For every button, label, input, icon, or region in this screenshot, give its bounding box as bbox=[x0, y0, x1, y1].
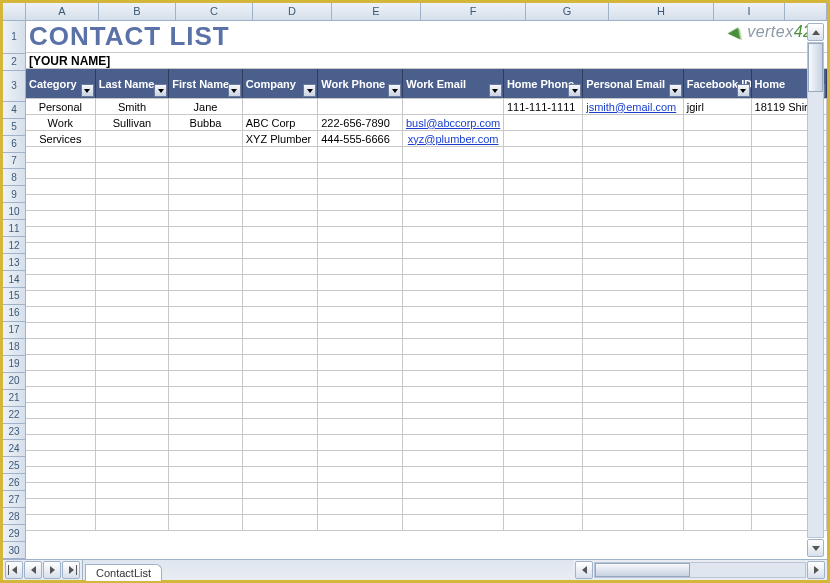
cell-empty[interactable] bbox=[403, 211, 504, 226]
cell-empty[interactable] bbox=[403, 467, 504, 482]
row-header-20[interactable]: 20 bbox=[3, 373, 25, 390]
row-header-8[interactable]: 8 bbox=[3, 169, 25, 186]
row-header-5[interactable]: 5 bbox=[3, 119, 25, 136]
cell-empty[interactable] bbox=[96, 403, 170, 418]
cell-empty[interactable] bbox=[169, 227, 243, 242]
cell-empty[interactable] bbox=[504, 227, 583, 242]
cell-empty[interactable] bbox=[684, 467, 752, 482]
cell-empty[interactable] bbox=[96, 467, 170, 482]
cell-first[interactable]: Bubba bbox=[169, 115, 243, 130]
cell-empty[interactable] bbox=[504, 275, 583, 290]
cell-empty[interactable] bbox=[26, 211, 96, 226]
row-header-6[interactable]: 6 bbox=[3, 136, 25, 153]
sheet-nav-next[interactable] bbox=[43, 561, 61, 579]
cell-empty[interactable] bbox=[504, 515, 583, 530]
cell-empty[interactable] bbox=[504, 307, 583, 322]
cell-empty[interactable] bbox=[684, 419, 752, 434]
cell-empty[interactable] bbox=[26, 195, 96, 210]
filter-button[interactable] bbox=[228, 84, 241, 97]
cell-empty[interactable] bbox=[318, 387, 403, 402]
email-link[interactable]: jsmith@email.com bbox=[586, 101, 676, 113]
cell-empty[interactable] bbox=[26, 435, 96, 450]
cell-empty[interactable] bbox=[169, 291, 243, 306]
cell-empty[interactable] bbox=[96, 515, 170, 530]
cell-empty[interactable] bbox=[96, 275, 170, 290]
cell-empty[interactable] bbox=[684, 483, 752, 498]
cell-empty[interactable] bbox=[243, 147, 318, 162]
cell-empty[interactable] bbox=[504, 211, 583, 226]
cell-empty[interactable] bbox=[504, 355, 583, 370]
cell-empty[interactable] bbox=[318, 291, 403, 306]
column-header-F[interactable]: F bbox=[421, 3, 526, 20]
filter-button[interactable] bbox=[737, 84, 750, 97]
hscroll-thumb[interactable] bbox=[595, 563, 690, 577]
cell-pemail[interactable] bbox=[583, 115, 684, 130]
cell-empty[interactable] bbox=[169, 467, 243, 482]
cell-empty[interactable] bbox=[243, 419, 318, 434]
cell-empty[interactable] bbox=[26, 259, 96, 274]
cell-empty[interactable] bbox=[684, 275, 752, 290]
cell-empty[interactable] bbox=[318, 403, 403, 418]
cell-pemail[interactable] bbox=[583, 131, 684, 146]
row-header-30[interactable]: 30 bbox=[3, 542, 25, 559]
cell-empty[interactable] bbox=[684, 227, 752, 242]
cell-empty[interactable] bbox=[318, 419, 403, 434]
cell-empty[interactable] bbox=[169, 163, 243, 178]
cell-empty[interactable] bbox=[26, 243, 96, 258]
cell-empty[interactable] bbox=[96, 307, 170, 322]
cell-empty[interactable] bbox=[96, 483, 170, 498]
header-home-phone[interactable]: Home Phone bbox=[504, 69, 583, 98]
page-title[interactable]: CONTACT LIST bbox=[26, 21, 318, 52]
select-all-corner[interactable] bbox=[3, 3, 26, 20]
cell-empty[interactable] bbox=[96, 147, 170, 162]
cell-empty[interactable] bbox=[403, 483, 504, 498]
row-header-7[interactable]: 7 bbox=[3, 153, 25, 170]
cell-empty[interactable] bbox=[96, 259, 170, 274]
cell-last[interactable] bbox=[96, 131, 170, 146]
cell-empty[interactable] bbox=[684, 339, 752, 354]
cell-empty[interactable] bbox=[684, 307, 752, 322]
cell-empty[interactable] bbox=[583, 179, 684, 194]
cell-empty[interactable] bbox=[169, 259, 243, 274]
cell-empty[interactable] bbox=[403, 291, 504, 306]
cell-empty[interactable] bbox=[583, 227, 684, 242]
cell-empty[interactable] bbox=[243, 179, 318, 194]
filter-button[interactable] bbox=[669, 84, 682, 97]
cell-pemail[interactable]: jsmith@email.com bbox=[583, 99, 684, 114]
cell-empty[interactable] bbox=[684, 323, 752, 338]
cell-empty[interactable] bbox=[169, 179, 243, 194]
cell-empty[interactable] bbox=[26, 451, 96, 466]
cell-empty[interactable] bbox=[684, 195, 752, 210]
cell-empty[interactable] bbox=[96, 323, 170, 338]
cell-empty[interactable] bbox=[684, 291, 752, 306]
cell-empty[interactable] bbox=[318, 163, 403, 178]
cell-empty[interactable] bbox=[26, 515, 96, 530]
cell-empty[interactable] bbox=[504, 419, 583, 434]
cell-empty[interactable] bbox=[684, 515, 752, 530]
cell-category[interactable]: Work bbox=[26, 115, 96, 130]
cell-first[interactable] bbox=[169, 131, 243, 146]
cell-empty[interactable] bbox=[318, 499, 403, 514]
row-header-15[interactable]: 15 bbox=[3, 288, 25, 305]
cell-empty[interactable] bbox=[243, 195, 318, 210]
cell-wphone[interactable]: 444-555-6666 bbox=[318, 131, 403, 146]
cell-empty[interactable] bbox=[96, 227, 170, 242]
cell-empty[interactable] bbox=[583, 451, 684, 466]
cell-empty[interactable] bbox=[96, 371, 170, 386]
cell-empty[interactable] bbox=[96, 339, 170, 354]
cell-empty[interactable] bbox=[504, 147, 583, 162]
cell-empty[interactable] bbox=[403, 355, 504, 370]
cell-empty[interactable] bbox=[403, 403, 504, 418]
sheet-nav-prev[interactable] bbox=[24, 561, 42, 579]
cell-empty[interactable] bbox=[26, 291, 96, 306]
cell-empty[interactable] bbox=[169, 211, 243, 226]
cell-empty[interactable] bbox=[583, 195, 684, 210]
header-first-name[interactable]: First Name bbox=[169, 69, 243, 98]
column-header-I[interactable]: I bbox=[714, 3, 785, 20]
cell-empty[interactable] bbox=[684, 387, 752, 402]
row-header-29[interactable]: 29 bbox=[3, 525, 25, 542]
row-header-24[interactable]: 24 bbox=[3, 440, 25, 457]
horizontal-scrollbar[interactable] bbox=[573, 560, 827, 580]
cell-empty[interactable] bbox=[504, 339, 583, 354]
sheet-nav-first[interactable] bbox=[5, 561, 23, 579]
